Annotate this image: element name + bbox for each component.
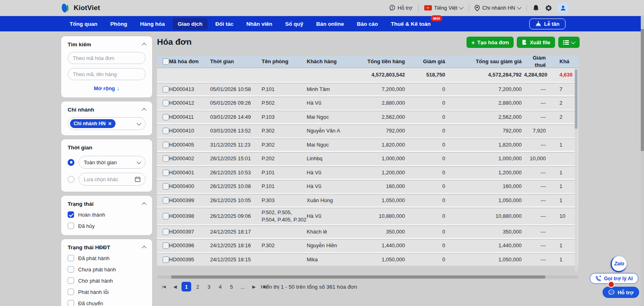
- table-cell-discount: 0: [407, 154, 448, 163]
- collapse-chevron-icon[interactable]: [142, 43, 146, 47]
- page-scrollbar[interactable]: [641, 16, 644, 306]
- nav-item-2[interactable]: Phòng: [105, 18, 132, 30]
- nav-item-7[interactable]: Sổ quỹ: [280, 18, 309, 30]
- kiotviet-logo[interactable]: KiotViet: [60, 3, 100, 13]
- row-checkbox[interactable]: [163, 142, 169, 148]
- page-button-1[interactable]: 1: [182, 282, 191, 292]
- invoice-row-HD000413[interactable]: HD00041305/01/2026 10:58P.101Minh Tâm7,2…: [157, 83, 578, 95]
- ai-assistant-call-button[interactable]: Gọi trợ lý AI: [590, 273, 638, 284]
- invoice-row-HD000396[interactable]: HD00039624/12/2025 18:16P.302Nguyễn Hiền…: [157, 239, 578, 252]
- nav-item-9[interactable]: Báo cáo: [352, 18, 384, 30]
- checkbox-icon[interactable]: [68, 255, 74, 261]
- nav-item-6[interactable]: Nhân viên: [241, 18, 278, 30]
- invoice-row-HD000397[interactable]: HD00039724/12/2025 18:17Khách lẻ350,0000…: [157, 225, 578, 238]
- product-search-input[interactable]: [68, 68, 146, 80]
- create-invoice-button[interactable]: + Tạo hóa đơn: [466, 37, 514, 48]
- invoice-row-HD000402[interactable]: HD00040226/12/2025 15:01P.202Linhbq1,000…: [157, 152, 578, 165]
- checkbox-icon[interactable]: [68, 277, 74, 284]
- notification-bell-icon[interactable]: [533, 4, 539, 12]
- page-button-4[interactable]: 4: [215, 282, 225, 292]
- invoice-code-search-input[interactable]: [68, 52, 146, 64]
- einvoice-status-option-4[interactable]: Phát hành lỗi: [68, 289, 146, 295]
- all-time-radio[interactable]: [68, 159, 74, 166]
- export-file-button[interactable]: Xuất file: [517, 37, 555, 48]
- invoice-row-HD000401[interactable]: HD00040126/12/2025 10:53P.101Hà Vũ1,200,…: [157, 166, 578, 179]
- invoice-row-HD000399[interactable]: HD00039926/12/2025 10:05P.303Xuân Hùng1,…: [157, 194, 578, 207]
- select-all-checkbox[interactable]: [163, 58, 169, 65]
- nav-item-8[interactable]: Bán online: [311, 18, 349, 30]
- table-cell-total: 2,880,000: [355, 99, 407, 108]
- help-bubble-icon: [389, 5, 395, 11]
- row-checkbox[interactable]: [163, 183, 169, 190]
- time-range-select[interactable]: Toàn thời gian: [78, 156, 146, 169]
- table-vertical-scrollbar[interactable]: [575, 68, 578, 272]
- invoice-row-HD000412[interactable]: HD00041205/01/2026 09:26P.502Hà Vũ2,880,…: [157, 97, 578, 109]
- status-filter-card: Trạng thái Hoàn thànhĐã hủy: [61, 196, 152, 235]
- page-button-5[interactable]: 5: [227, 282, 236, 292]
- next-page-button[interactable]: ▶: [249, 282, 259, 292]
- support-chat-button[interactable]: Hỗ trợ: [603, 287, 639, 298]
- collapse-chevron-icon[interactable]: [142, 108, 146, 112]
- checkbox-icon[interactable]: [68, 289, 74, 295]
- row-checkbox[interactable]: [163, 256, 169, 263]
- page-button-3[interactable]: 3: [204, 282, 214, 292]
- page-button-2[interactable]: 2: [193, 282, 202, 292]
- settings-gear-icon[interactable]: [545, 4, 552, 12]
- row-checkbox[interactable]: [163, 242, 169, 249]
- invoice-row-HD000400[interactable]: HD00040026/12/2025 10:08P.101Hà Vũ160,00…: [157, 180, 578, 192]
- previous-page-button[interactable]: ◀: [170, 282, 180, 292]
- reception-button[interactable]: Lễ tân: [529, 19, 566, 29]
- invoice-row-HD000411[interactable]: HD00041103/01/2026 14:49P.103Mai Ngọc2,5…: [157, 111, 578, 123]
- invoice-row-HD000405[interactable]: HD00040531/12/2025 11:23P.302Mai Ngọc1,8…: [157, 139, 578, 151]
- status-option-1[interactable]: Hoàn thành: [68, 211, 146, 218]
- branch-multiselect[interactable]: Chi nhánh HN ✕: [68, 117, 146, 130]
- custom-date-input[interactable]: Lựa chọn khác: [78, 173, 146, 186]
- custom-time-radio[interactable]: [68, 176, 74, 183]
- invoice-row-HD000410[interactable]: HD00041003/01/2026 13:52P.302Nguyễn Văn …: [157, 124, 578, 137]
- table-cell-customer: Hà Vũ: [307, 99, 355, 108]
- checkbox-icon[interactable]: [68, 300, 74, 306]
- first-page-button[interactable]: |◀: [159, 282, 169, 292]
- expand-search-link[interactable]: Mở rộng ↓: [68, 85, 146, 91]
- user-avatar[interactable]: [558, 3, 568, 13]
- remove-tag-icon[interactable]: ✕: [108, 121, 111, 126]
- row-checkbox[interactable]: [163, 86, 169, 93]
- einvoice-status-option-1[interactable]: Đã phát hành: [68, 255, 146, 261]
- reception-icon: [535, 21, 541, 27]
- column-options-button[interactable]: [558, 37, 580, 48]
- status-option-2[interactable]: Đã hủy: [68, 223, 146, 229]
- row-checkbox[interactable]: [163, 128, 169, 134]
- row-checkbox[interactable]: [163, 229, 169, 235]
- table-cell-time: 24/12/2025 18:16: [210, 241, 262, 250]
- einvoice-status-option-5[interactable]: Đã chuyển: [68, 300, 146, 306]
- checkbox-icon[interactable]: [68, 266, 74, 273]
- language-selector[interactable]: ★ Tiếng Việt: [424, 5, 463, 11]
- collapse-chevron-icon[interactable]: [142, 202, 146, 207]
- einvoice-status-option-2[interactable]: Chưa phát hành: [68, 266, 146, 273]
- checkbox-icon[interactable]: [68, 223, 74, 229]
- nav-item-5[interactable]: Đối tác: [210, 18, 239, 30]
- invoice-row-HD000395[interactable]: HD00039524/12/2025 18:15Mika1,050,00001,…: [157, 253, 578, 266]
- row-checkbox[interactable]: [163, 155, 169, 162]
- einvoice-status-option-3[interactable]: Chờ phát hành: [68, 277, 146, 284]
- invoice-row-HD000398[interactable]: HD00039826/12/2025 09:06P.502, P.505, P.…: [157, 208, 578, 224]
- row-checkbox[interactable]: [163, 197, 169, 204]
- nav-item-10[interactable]: Thuế & Kế toánMới: [386, 18, 436, 30]
- table-cell-total: 10,880,000: [355, 212, 407, 221]
- row-checkbox[interactable]: [163, 170, 169, 176]
- table-cell-discount: 0: [407, 227, 448, 236]
- nav-item-1[interactable]: Tổng quan: [64, 18, 103, 30]
- branch-selector[interactable]: Chi nhánh HN: [475, 5, 521, 11]
- einvoice-status-option-label: Phát hành lỗi: [78, 289, 109, 295]
- collapse-chevron-icon[interactable]: [142, 246, 146, 250]
- help-menu[interactable]: Hỗ trợ: [389, 5, 413, 11]
- row-checkbox[interactable]: [163, 100, 169, 106]
- page-ellipsis[interactable]: ...: [238, 282, 248, 292]
- nav-item-4[interactable]: Giao dịch: [173, 18, 208, 30]
- table-horizontal-scrollbar[interactable]: [157, 275, 578, 279]
- row-checkbox[interactable]: [163, 213, 169, 219]
- zalo-button[interactable]: Zalo: [611, 256, 627, 272]
- nav-item-3[interactable]: Hàng hóa: [135, 18, 170, 30]
- row-checkbox[interactable]: [163, 114, 169, 120]
- checkbox-icon[interactable]: [68, 211, 74, 218]
